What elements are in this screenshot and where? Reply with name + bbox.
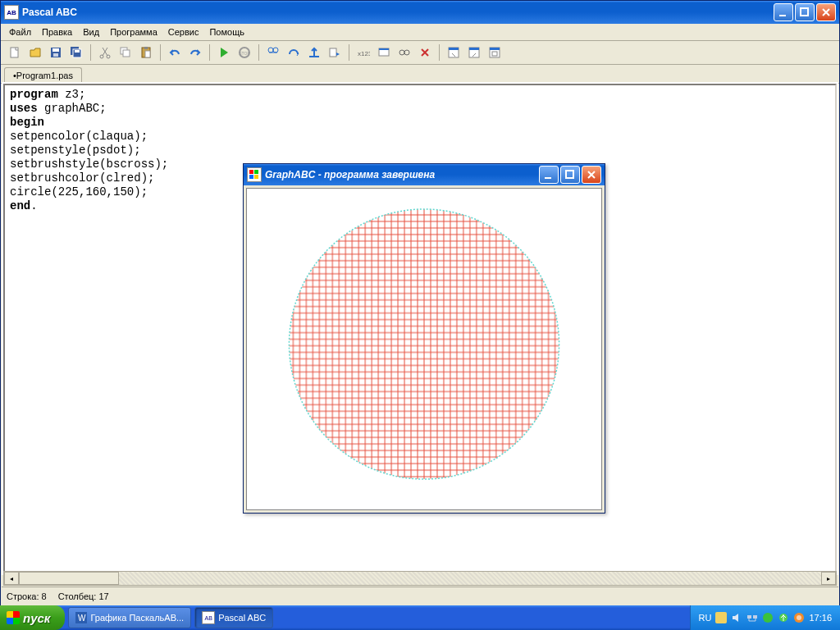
taskbar-item-label: Графика ПаскальАВ... bbox=[90, 613, 184, 623]
svg-rect-39 bbox=[566, 171, 573, 178]
toolbar-separator bbox=[160, 44, 161, 61]
svg-rect-4 bbox=[52, 48, 59, 52]
run-button[interactable] bbox=[215, 43, 233, 62]
menu-service[interactable]: Сервис bbox=[163, 25, 204, 39]
graphabc-icon bbox=[247, 167, 262, 182]
toolbar: STOP x123 bbox=[1, 41, 839, 65]
code-line: end bbox=[10, 199, 30, 212]
window-tile-button[interactable] bbox=[445, 43, 463, 62]
svg-rect-5 bbox=[53, 53, 58, 57]
save-button[interactable] bbox=[47, 43, 65, 62]
stop-button[interactable]: STOP bbox=[235, 43, 253, 62]
menu-view[interactable]: Вид bbox=[78, 25, 104, 39]
svg-rect-43 bbox=[747, 615, 751, 619]
step-into-button[interactable] bbox=[264, 43, 282, 62]
delete-button[interactable] bbox=[416, 43, 434, 62]
start-button[interactable]: пуск bbox=[0, 605, 65, 630]
main-titlebar[interactable]: AB Pascal ABC bbox=[1, 1, 839, 24]
paste-button[interactable] bbox=[137, 43, 155, 62]
scroll-right-button[interactable]: ▸ bbox=[821, 572, 836, 585]
svg-rect-20 bbox=[309, 56, 319, 57]
scroll-thumb[interactable] bbox=[19, 572, 119, 585]
toolbar-separator bbox=[209, 44, 210, 61]
output-button[interactable] bbox=[375, 43, 393, 62]
undo-button[interactable] bbox=[166, 43, 184, 62]
new-file-button[interactable] bbox=[6, 43, 24, 62]
horizontal-scrollbar[interactable]: ◂ ▸ bbox=[3, 571, 837, 586]
child-minimize-button[interactable] bbox=[539, 166, 559, 184]
scroll-track[interactable] bbox=[19, 572, 821, 585]
svg-text:W: W bbox=[78, 614, 86, 623]
status-col: Столбец: 17 bbox=[58, 591, 109, 601]
code-line: setpencolor(claqua); bbox=[10, 130, 148, 143]
window-arrange-button[interactable] bbox=[486, 43, 504, 62]
word-icon: W bbox=[75, 612, 87, 623]
menu-file[interactable]: Файл bbox=[4, 25, 36, 39]
svg-rect-32 bbox=[490, 48, 500, 50]
variables-button[interactable]: x123 bbox=[354, 43, 372, 62]
svg-point-25 bbox=[399, 50, 404, 55]
svg-rect-2 bbox=[11, 48, 18, 57]
svg-rect-34 bbox=[249, 170, 253, 174]
svg-point-19 bbox=[273, 48, 278, 52]
step-over-button[interactable] bbox=[285, 43, 303, 62]
menu-help[interactable]: Помощь bbox=[204, 25, 249, 39]
step-out-button[interactable] bbox=[305, 43, 323, 62]
taskbar-item-word[interactable]: W Графика ПаскальАВ... bbox=[68, 607, 191, 628]
code-line: uses bbox=[10, 102, 38, 115]
redo-button[interactable] bbox=[186, 43, 204, 62]
svg-rect-36 bbox=[249, 175, 253, 179]
watch-button[interactable] bbox=[395, 43, 413, 62]
status-line: Строка: 8 bbox=[7, 591, 47, 601]
svg-point-9 bbox=[100, 55, 103, 58]
tray-network-icon[interactable] bbox=[746, 612, 758, 623]
svg-rect-8 bbox=[75, 50, 80, 52]
child-window-title: GraphABC - программа завершена bbox=[265, 169, 539, 180]
menu-program[interactable]: Программа bbox=[105, 25, 162, 39]
toolbar-separator bbox=[258, 44, 259, 61]
menu-edit[interactable]: Правка bbox=[37, 25, 77, 39]
minimize-button[interactable] bbox=[774, 3, 793, 21]
cut-button[interactable] bbox=[96, 43, 114, 62]
tray-app-icon[interactable] bbox=[793, 612, 805, 623]
window-cascade-button[interactable] bbox=[465, 43, 483, 62]
run-to-cursor-button[interactable] bbox=[326, 43, 344, 62]
copy-button[interactable] bbox=[116, 43, 135, 62]
main-window-title: Pascal ABC bbox=[22, 7, 774, 18]
svg-rect-44 bbox=[753, 615, 757, 619]
tray-antivirus-icon[interactable] bbox=[762, 612, 774, 623]
toolbar-separator bbox=[439, 44, 440, 61]
open-file-button[interactable] bbox=[26, 43, 44, 62]
close-button[interactable] bbox=[816, 3, 836, 21]
code-line: program bbox=[10, 88, 58, 101]
child-titlebar[interactable]: GraphABC - программа завершена bbox=[244, 164, 605, 185]
status-bar: Строка: 8 Столбец: 17 bbox=[2, 587, 838, 605]
code-line: circle(225,160,150); bbox=[10, 185, 148, 199]
tray-sound-icon[interactable] bbox=[731, 612, 742, 623]
taskbar-item-pascalabc[interactable]: AB Pascal ABC bbox=[194, 607, 273, 628]
tab-strip: •Program1.pas bbox=[1, 65, 839, 84]
graphabc-canvas bbox=[246, 188, 602, 510]
scroll-left-button[interactable]: ◂ bbox=[4, 572, 19, 585]
tray-usb-icon[interactable] bbox=[778, 612, 789, 623]
svg-rect-30 bbox=[469, 48, 479, 50]
tray-shield-icon[interactable] bbox=[715, 612, 727, 623]
circle-drawing bbox=[247, 189, 601, 509]
svg-rect-12 bbox=[123, 50, 130, 57]
menu-bar: Файл Правка Вид Программа Сервис Помощь bbox=[1, 24, 839, 41]
svg-text:STOP: STOP bbox=[239, 51, 250, 56]
child-maximize-button[interactable] bbox=[560, 166, 580, 184]
graphabc-window[interactable]: GraphABC - программа завершена bbox=[243, 163, 605, 514]
code-line: z3; bbox=[58, 88, 86, 101]
language-indicator[interactable]: RU bbox=[699, 613, 712, 623]
svg-point-26 bbox=[404, 50, 409, 55]
svg-point-40 bbox=[289, 209, 559, 479]
taskbar: пуск W Графика ПаскальАВ... AB Pascal AB… bbox=[0, 605, 840, 630]
svg-point-18 bbox=[268, 48, 273, 52]
tab-program1[interactable]: •Program1.pas bbox=[4, 67, 82, 84]
code-line: graphABC; bbox=[38, 102, 107, 115]
tray-clock[interactable]: 17:16 bbox=[809, 613, 832, 623]
save-all-button[interactable] bbox=[67, 43, 85, 62]
maximize-button[interactable] bbox=[795, 3, 815, 21]
child-close-button[interactable] bbox=[582, 166, 601, 184]
